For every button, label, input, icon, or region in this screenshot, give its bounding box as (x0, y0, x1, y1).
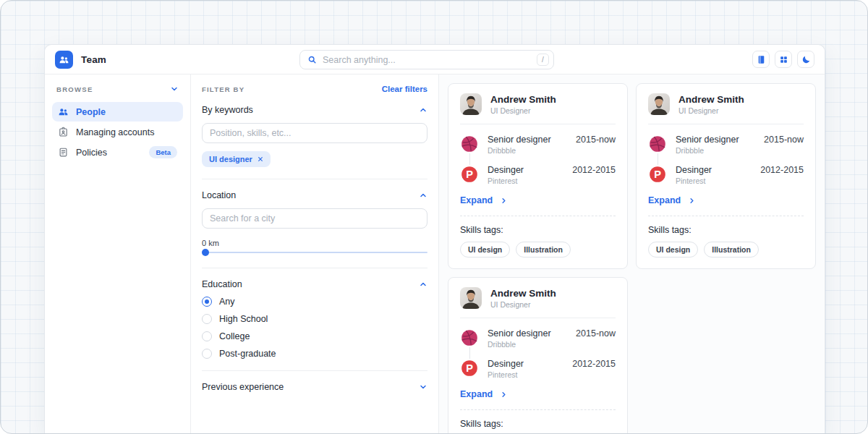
expand-label: Expand (460, 195, 493, 205)
expand-link[interactable]: Expand (460, 195, 616, 205)
position-row: P Desinger Pinterest 2012-2015 (648, 165, 804, 185)
pinterest-icon: P (460, 165, 479, 184)
sidebar-item-managing-accounts[interactable]: Managing accounts (52, 122, 183, 142)
position-period: 2015-now (764, 135, 804, 155)
moon-icon (801, 55, 811, 64)
avatar (460, 287, 482, 309)
radio-option[interactable]: Any (202, 297, 427, 307)
expand-link[interactable]: Expand (460, 389, 616, 399)
apps-grid-button[interactable] (775, 51, 792, 68)
divider (202, 179, 427, 179)
brand: Team (55, 51, 106, 69)
position-company: Dribbble (676, 146, 755, 155)
svg-text:P: P (466, 169, 473, 180)
book-button[interactable] (752, 51, 770, 68)
keyword-tag[interactable]: UI designer (202, 151, 271, 167)
person-name: Andrew Smith (490, 94, 556, 105)
document-icon (58, 147, 69, 158)
experience-section-toggle[interactable]: Previous experience (202, 382, 427, 392)
keywords-input[interactable] (202, 123, 427, 143)
position-period: 2015-now (576, 328, 616, 349)
avatar (648, 93, 670, 115)
city-search-input[interactable] (202, 208, 427, 229)
search-input[interactable] (323, 55, 531, 65)
svg-text:P: P (654, 169, 661, 180)
id-badge-icon (58, 127, 69, 137)
slider-thumb[interactable] (202, 249, 209, 256)
slider-track[interactable] (202, 252, 427, 253)
keyword-tag-label: UI designer (209, 155, 252, 163)
chevron-right-icon (500, 197, 508, 205)
dribbble-icon (460, 328, 479, 347)
position-company: Dribbble (488, 340, 567, 349)
svg-text:P: P (466, 362, 473, 374)
position-row: Senior designer Dribbble 2015-now (648, 135, 804, 155)
position-row: P Desinger Pinterest 2012-2015 (460, 165, 616, 185)
skills-label: Skills tags: (648, 225, 804, 235)
person-role: UI Designer (678, 106, 744, 115)
radio-option[interactable]: Post-graduate (202, 349, 427, 359)
distance-slider[interactable] (202, 249, 427, 256)
desktop-background: Team / (0, 0, 868, 434)
radio-icon (202, 314, 212, 324)
position-title: Senior designer (488, 328, 567, 339)
sidebar: BROWSE People Managing accounts Policies… (45, 75, 191, 434)
education-section-title: Education (202, 279, 242, 289)
sidebar-item-policies[interactable]: Policies Beta (52, 142, 183, 162)
person-role: UI Designer (490, 106, 556, 115)
divider (202, 370, 427, 371)
skill-chip: Illustration (516, 242, 571, 258)
search-shortcut-key: / (537, 54, 549, 66)
results-area: Andrew Smith UI Designer Senior designer… (439, 75, 825, 434)
beta-badge: Beta (149, 146, 177, 158)
skills-label: Skills tags: (460, 419, 616, 429)
keywords-section-toggle[interactable]: By keywords (202, 105, 427, 115)
browse-section-toggle[interactable]: BROWSE (52, 85, 183, 93)
book-icon (757, 55, 766, 64)
browse-label: BROWSE (56, 85, 93, 93)
search-icon (307, 55, 317, 64)
position-row: P Desinger Pinterest 2012-2015 (460, 359, 616, 379)
skill-chip: UI design (460, 242, 510, 258)
dashed-divider (460, 216, 616, 216)
cards-grid: Andrew Smith UI Designer Senior designer… (448, 83, 816, 434)
sidebar-item-people[interactable]: People (52, 102, 183, 122)
dashed-divider (648, 216, 804, 216)
education-section-toggle[interactable]: Education (202, 279, 427, 289)
header-actions (752, 51, 814, 68)
position-period: 2012-2015 (572, 359, 616, 379)
skill-chip: UI design (648, 242, 698, 258)
experience-section-title: Previous experience (202, 382, 284, 392)
sidebar-item-label: People (76, 107, 106, 117)
expand-link[interactable]: Expand (648, 195, 804, 205)
dashed-divider (460, 409, 616, 410)
global-search[interactable]: / (299, 50, 554, 69)
radio-option[interactable]: High School (202, 314, 427, 324)
chevron-right-icon (688, 197, 696, 205)
position-title: Desinger (488, 165, 563, 175)
radio-option[interactable]: College (202, 331, 427, 341)
skill-chip: Illustration (704, 242, 759, 258)
position-title: Senior designer (676, 135, 755, 145)
person-name: Andrew Smith (490, 288, 556, 299)
distance-value-label: 0 km (202, 239, 427, 247)
pinterest-icon: P (460, 359, 479, 378)
position-title: Senior designer (488, 135, 567, 145)
avatar (460, 93, 482, 115)
app-title: Team (81, 54, 106, 65)
person-card: Andrew Smith UI Designer Senior designer… (448, 83, 628, 269)
clear-filters-link[interactable]: Clear filters (382, 85, 427, 93)
remove-tag-icon[interactable] (258, 156, 263, 162)
chevron-up-icon (419, 191, 427, 200)
dark-mode-button[interactable] (797, 51, 814, 68)
filter-panel: FILTER BY Clear filters By keywords UI d… (191, 75, 439, 434)
chevron-right-icon (500, 391, 508, 399)
position-row: Senior designer Dribbble 2015-now (460, 328, 616, 349)
position-company: Pinterest (676, 176, 752, 185)
chevron-down-icon (419, 383, 427, 391)
location-section-title: Location (202, 190, 236, 200)
app-window: Team / (44, 44, 825, 434)
position-company: Pinterest (488, 370, 563, 379)
skills-label: Skills tags: (460, 225, 616, 235)
location-section-toggle[interactable]: Location (202, 190, 427, 200)
